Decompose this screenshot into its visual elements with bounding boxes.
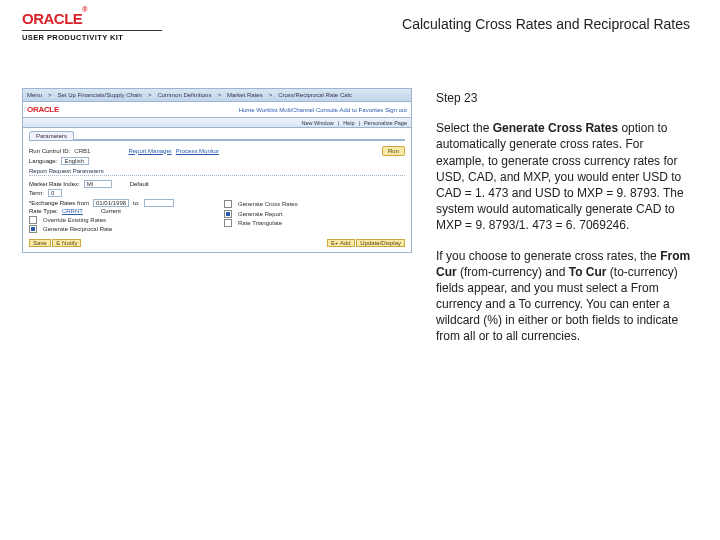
bc-2: Common Definitions (157, 92, 211, 98)
bc-1: Set Up Financials/Supply Chain (58, 92, 142, 98)
instruction-pane: Step 23 Select the Generate Cross Rates … (436, 88, 700, 359)
mri-field: MI (84, 180, 112, 188)
save-chip: Save (29, 239, 51, 247)
runcontrol-value: CRB1 (74, 148, 90, 154)
paragraph-1: Select the Generate Cross Rates option t… (436, 120, 692, 233)
mri-label: Market Rate Index: (29, 181, 80, 187)
add-chip: E+ Add (327, 239, 355, 247)
language-field: English (61, 157, 89, 165)
process-monitor-link: Process Monitor (176, 148, 219, 154)
rate-type-label: Rate Type: (29, 208, 58, 214)
runcontrol-label: Run Control ID: (29, 148, 70, 154)
to-label: to: (133, 200, 140, 206)
chk-override (29, 216, 39, 224)
header: ORACLE® USER PRODUCTIVITY KIT Calculatin… (0, 0, 720, 48)
report-manager-link: Report Manager (128, 148, 171, 154)
bold-to-cur: To Cur (569, 265, 607, 279)
chk-cross (224, 200, 234, 208)
bc-menu: Menu (27, 92, 42, 98)
bold-generate-cross-rates: Generate Cross Rates (493, 121, 618, 135)
group-title: Report Request Parameters (29, 168, 405, 176)
term-field: 0 (48, 189, 62, 197)
run-button: Run (382, 146, 405, 156)
ss-link-home: Home (239, 107, 255, 113)
brand-suffix: ® (82, 6, 87, 13)
chk-report (224, 210, 234, 218)
language-label: Language: (29, 158, 57, 164)
ss-tab-parameters: Parameters (29, 131, 74, 140)
rate-type-field: CRRNT (62, 208, 83, 214)
term-label: Term: (29, 190, 44, 196)
chk-triangulate (224, 219, 234, 227)
product-line: USER PRODUCTIVITY KIT (22, 30, 162, 42)
logo-block: ORACLE® USER PRODUCTIVITY KIT (22, 10, 162, 42)
paragraph-2: If you choose to generate cross rates, t… (436, 248, 692, 345)
content: Menu > Set Up Financials/Supply Chain > … (0, 48, 720, 359)
oracle-logo: ORACLE® (22, 10, 162, 27)
ss-link-fav: Add to Favorites (340, 107, 384, 113)
ss-help: Help (343, 120, 354, 126)
ss-new-window: New Window (302, 120, 334, 126)
app-screenshot: Menu > Set Up Financials/Supply Chain > … (22, 88, 412, 248)
exch-from-label: *Exchange Rates from (29, 200, 89, 206)
bc-4: Cross/Reciprocal Rate Calc (278, 92, 352, 98)
default-label: Default (130, 181, 149, 187)
notify-chip: E Notify (52, 239, 81, 247)
chk-reciprocal (29, 225, 39, 233)
doc-title: Calculating Cross Rates and Reciprocal R… (402, 10, 700, 32)
to-field (144, 199, 174, 207)
ss-breadcrumb-bar: Menu > Set Up Financials/Supply Chain > … (22, 88, 412, 102)
step-label: Step 23 (436, 90, 692, 106)
bc-3: Market Rates (227, 92, 263, 98)
ss-link-console: MultiChannel Console (279, 107, 338, 113)
ss-logo-row: ORACLE Home Worklist MultiChannel Consol… (22, 102, 412, 118)
ss-oracle-logo: ORACLE (27, 105, 59, 114)
ss-personalize: Personalize Page (364, 120, 407, 126)
brand-text: ORACLE (22, 10, 82, 27)
update-chip: Update/Display (356, 239, 405, 247)
exch-from-field: 01/01/1998 (93, 199, 129, 207)
ss-sub-bar: New Window| Help| Personalize Page (22, 118, 412, 128)
ss-link-worklist: Worklist (256, 107, 277, 113)
ss-body: Parameters Run Control ID: CRB1 Report M… (22, 128, 412, 253)
rate-type-desc: Current (101, 208, 121, 214)
ss-link-signout: Sign out (385, 107, 407, 113)
